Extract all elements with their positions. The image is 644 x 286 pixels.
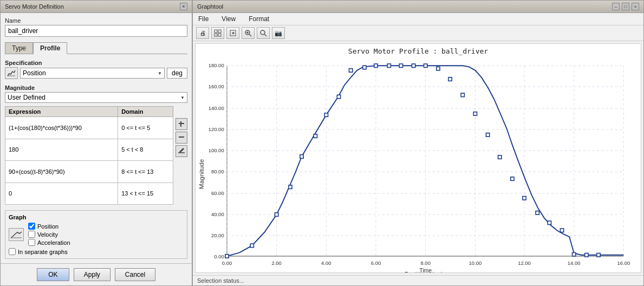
expression-cell: 180	[5, 139, 118, 161]
left-title-bar: Servo Motor Definition ×	[1, 1, 192, 13]
position-label: Position	[37, 223, 58, 230]
name-section: Name	[5, 17, 187, 37]
svg-rect-79	[448, 77, 452, 81]
acceleration-checkbox-row[interactable]: Acceleration	[28, 239, 70, 246]
table-row[interactable]: 013 < t <= 15	[5, 183, 173, 205]
export-button[interactable]	[226, 27, 239, 39]
position-checkbox-row[interactable]: Position	[28, 223, 70, 230]
acceleration-checkbox[interactable]	[28, 239, 35, 246]
spec-section-label: Specification	[5, 60, 187, 66]
tab-profile[interactable]: Profile	[33, 42, 67, 54]
domain-cell: 8 <= t <= 13	[118, 161, 173, 183]
graph-section-label: Graph	[9, 214, 184, 220]
acceleration-label: Acceleration	[37, 239, 70, 246]
camera-button[interactable]: 📷	[272, 27, 285, 39]
graph-section: Graph Position Velocity	[5, 210, 187, 259]
svg-rect-67	[300, 155, 303, 158]
svg-text:12.00: 12.00	[518, 260, 531, 266]
velocity-checkbox[interactable]	[28, 231, 35, 238]
magnitude-label: Magnitude	[5, 84, 187, 91]
svg-rect-4	[178, 152, 185, 153]
tab-type[interactable]: Type	[5, 42, 33, 54]
restore-button[interactable]: □	[622, 3, 629, 10]
domain-cell: 5 < t < 8	[118, 139, 173, 161]
spec-dropdown-arrow: ▼	[158, 71, 162, 76]
name-label: Name	[5, 17, 187, 24]
col-header-domain: Domain	[118, 107, 173, 117]
svg-rect-77	[424, 64, 427, 67]
print-button[interactable]: 🖨	[196, 27, 209, 39]
svg-rect-82	[486, 133, 489, 136]
status-bar: Selection status...	[193, 275, 643, 285]
svg-text:4.00: 4.00	[321, 260, 331, 266]
checkboxes-col: Position Velocity Acceleration	[28, 223, 70, 246]
svg-rect-68	[314, 134, 317, 138]
svg-marker-5	[179, 148, 184, 153]
svg-point-17	[261, 30, 265, 35]
velocity-checkbox-row[interactable]: Velocity	[28, 231, 70, 238]
svg-text:0.00: 0.00	[214, 253, 224, 259]
menu-view[interactable]: View	[219, 15, 238, 23]
edit-row-button[interactable]	[175, 145, 187, 157]
domain-cell: 13 < t <= 15	[118, 183, 173, 205]
svg-rect-10	[218, 34, 221, 36]
expression-table-container: Expression Domain (1+(cos(180)*cos(t*36)…	[5, 106, 187, 205]
svg-text:10.00: 10.00	[469, 260, 482, 266]
position-checkbox[interactable]	[28, 223, 35, 230]
spec-type-select[interactable]: Position ▼	[20, 68, 165, 79]
magnitude-value: User Defined	[8, 94, 45, 101]
svg-rect-7	[214, 30, 217, 32]
svg-rect-89	[573, 252, 576, 256]
cancel-button[interactable]: Cancel	[115, 268, 155, 281]
separate-graphs-checkbox[interactable]	[9, 248, 16, 255]
spec-unit: deg	[167, 68, 187, 79]
right-panel-title: Graphtool	[197, 3, 223, 10]
svg-text:180.00: 180.00	[209, 62, 224, 68]
name-input[interactable]	[5, 25, 187, 37]
magnitude-select[interactable]: User Defined ▼	[5, 92, 187, 103]
table-row[interactable]: 1805 < t < 8	[5, 139, 173, 161]
svg-rect-83	[498, 155, 502, 159]
table-row[interactable]: (1+(cos(180)*cos(t*36)))*900 <= t <= 5	[5, 117, 173, 139]
close-right-button[interactable]: ×	[632, 3, 639, 10]
close-button[interactable]: ×	[180, 3, 187, 10]
svg-rect-65	[275, 213, 278, 216]
expression-cell: 90+(cos((t-8)*36)*90)	[5, 161, 118, 183]
svg-text:0.00: 0.00	[222, 260, 232, 266]
add-row-button[interactable]	[175, 118, 187, 130]
specification-section: Specification Position ▼ deg	[5, 57, 187, 79]
graph-icon	[9, 228, 24, 241]
separate-graphs-row[interactable]: In separate graphs	[9, 248, 184, 255]
apply-button[interactable]: Apply	[74, 268, 110, 281]
svg-rect-87	[548, 221, 551, 224]
graphtool-panel: Graphtool – □ × File View Format 🖨 📷 Ser…	[192, 0, 644, 286]
svg-rect-88	[560, 229, 563, 232]
minimize-button[interactable]: –	[612, 3, 620, 10]
table-row[interactable]: 90+(cos((t-8)*36)*90)8 <= t <= 13	[5, 161, 173, 183]
panel-content: Name Type Profile Specification Position	[1, 13, 192, 263]
svg-rect-84	[511, 177, 514, 180]
spec-type-value: Position	[23, 69, 46, 77]
remove-row-button[interactable]	[175, 132, 187, 144]
svg-rect-69	[324, 113, 328, 116]
menu-bar: File View Format	[193, 13, 643, 25]
zoom-in-button[interactable]	[242, 27, 255, 39]
svg-rect-3	[179, 136, 184, 138]
svg-text:2.00: 2.00	[271, 260, 281, 266]
svg-rect-81	[473, 112, 477, 115]
servo-motor-definition-panel: Servo Motor Definition × Name Type Profi…	[0, 0, 192, 286]
svg-rect-90	[585, 253, 588, 256]
ok-button[interactable]: OK	[37, 268, 69, 281]
velocity-label: Velocity	[37, 231, 58, 238]
svg-rect-64	[250, 244, 253, 247]
domain-cell: 0 <= t <= 5	[118, 117, 173, 139]
zoom-fit-button[interactable]	[257, 27, 270, 39]
svg-rect-71	[349, 69, 352, 72]
menu-format[interactable]: Format	[246, 15, 271, 23]
right-title-controls: – □ ×	[612, 3, 639, 10]
grid-button[interactable]	[211, 27, 224, 39]
svg-text:Magnitude: Magnitude	[198, 159, 205, 190]
magnitude-dropdown-arrow: ▼	[180, 95, 185, 100]
menu-file[interactable]: File	[196, 15, 211, 23]
svg-rect-76	[412, 64, 415, 67]
